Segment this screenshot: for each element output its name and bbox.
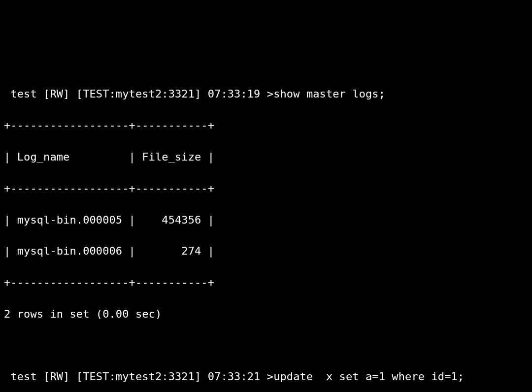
table-border: +------------------+-----------+ bbox=[4, 275, 528, 291]
result-summary: 2 rows in set (0.00 sec) bbox=[4, 306, 528, 322]
table-border: +------------------+-----------+ bbox=[4, 181, 528, 196]
sql-command: show master logs; bbox=[273, 88, 385, 100]
table-row: | mysql-bin.000005 | 454356 | bbox=[4, 212, 528, 228]
prompt-prefix: test [RW] [TEST:mytest2:3321] 07:33:19 > bbox=[4, 88, 273, 100]
table-header: | Log_name | File_size | bbox=[4, 149, 528, 165]
terminal-output: test [RW] [TEST:mytest2:3321] 07:33:19 >… bbox=[4, 71, 528, 392]
sql-command: update x set a=1 where id=1; bbox=[273, 370, 464, 383]
blank-line bbox=[4, 338, 528, 354]
prompt-line-2: test [RW] [TEST:mytest2:3321] 07:33:21 >… bbox=[4, 369, 528, 385]
table-row: | mysql-bin.000006 | 274 | bbox=[4, 243, 528, 259]
prompt-prefix: test [RW] [TEST:mytest2:3321] 07:33:21 > bbox=[4, 370, 273, 383]
prompt-line-1: test [RW] [TEST:mytest2:3321] 07:33:19 >… bbox=[4, 86, 528, 102]
table-border: +------------------+-----------+ bbox=[4, 118, 528, 133]
